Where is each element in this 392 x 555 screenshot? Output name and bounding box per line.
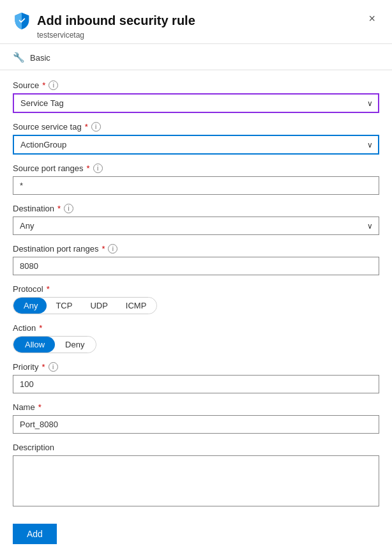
source-service-tag-select[interactable]: ActionGroup [13, 135, 379, 155]
source-port-ranges-label: Source port ranges * i [13, 163, 379, 173]
protocol-label: Protocol * [13, 284, 379, 294]
source-service-tag-select-wrapper: ActionGroup ∨ [13, 135, 379, 155]
protocol-any-button[interactable]: Any [13, 298, 47, 314]
dialog-title-text: Add inbound security rule [37, 13, 195, 28]
source-port-required: * [87, 163, 90, 173]
name-input[interactable] [13, 415, 379, 434]
destination-info-icon[interactable]: i [64, 204, 73, 213]
dialog-title: Add inbound security rule [13, 11, 195, 29]
name-label: Name * [13, 402, 379, 412]
source-select[interactable]: Service Tag [13, 93, 379, 113]
destination-port-ranges-input[interactable] [13, 257, 379, 275]
action-allow-button[interactable]: Allow [13, 337, 55, 353]
name-group: Name * [13, 402, 379, 434]
destination-port-info-icon[interactable]: i [108, 244, 117, 254]
protocol-tcp-button[interactable]: TCP [47, 298, 81, 314]
destination-select[interactable]: Any [13, 217, 379, 235]
priority-group: Priority * i [13, 362, 379, 393]
source-group: Source * i Service Tag ∨ [13, 80, 379, 113]
title-group: Add inbound security rule testservicetag [13, 11, 195, 40]
add-button[interactable]: Add [13, 524, 57, 544]
destination-group: Destination * i Any ∨ [13, 204, 379, 235]
source-port-ranges-input[interactable] [13, 176, 379, 195]
name-required: * [38, 402, 41, 412]
action-label: Action * [13, 323, 379, 333]
protocol-toggle-group: Any TCP UDP ICMP [13, 297, 157, 314]
source-port-info-icon[interactable]: i [93, 163, 103, 173]
destination-port-ranges-group: Destination port ranges * i [13, 244, 379, 275]
add-inbound-security-rule-dialog: Add inbound security rule testservicetag… [0, 0, 392, 555]
destination-label: Destination * i [13, 204, 379, 213]
protocol-udp-button[interactable]: UDP [81, 298, 116, 314]
priority-input[interactable] [13, 375, 379, 393]
source-select-wrapper: Service Tag ∨ [13, 93, 379, 113]
description-label: Description [13, 443, 379, 452]
action-deny-button[interactable]: Deny [55, 337, 96, 353]
close-button[interactable]: × [365, 11, 379, 26]
action-toggle-group: Allow Deny [13, 336, 96, 353]
wrench-icon: 🔧 [13, 52, 25, 63]
source-port-ranges-group: Source port ranges * i [13, 163, 379, 195]
protocol-group: Protocol * Any TCP UDP ICMP [13, 284, 379, 314]
action-group: Action * Allow Deny [13, 323, 379, 353]
description-group: Description [13, 443, 379, 508]
shield-icon [13, 11, 31, 29]
source-required: * [42, 80, 45, 90]
source-service-tag-group: Source service tag * i ActionGroup ∨ [13, 122, 379, 155]
destination-required: * [57, 204, 61, 213]
destination-select-wrapper: Any ∨ [13, 217, 379, 235]
dialog-subtitle: testservicetag [37, 31, 195, 40]
basic-label-text: Basic [30, 53, 50, 63]
basic-section-label: 🔧 Basic [0, 44, 392, 70]
description-textarea[interactable] [13, 455, 379, 506]
priority-info-icon[interactable]: i [49, 362, 58, 372]
source-info-icon[interactable]: i [49, 80, 58, 90]
source-service-tag-required: * [85, 122, 88, 132]
source-label: Source * i [13, 80, 379, 90]
protocol-required: * [47, 284, 50, 294]
form-body: Source * i Service Tag ∨ Source service … [0, 70, 392, 555]
action-required: * [39, 323, 42, 333]
protocol-icmp-button[interactable]: ICMP [117, 298, 157, 314]
priority-label: Priority * i [13, 362, 379, 372]
source-service-tag-label: Source service tag * i [13, 122, 379, 132]
source-service-tag-info-icon[interactable]: i [91, 122, 101, 132]
destination-port-required: * [102, 244, 105, 254]
dialog-header: Add inbound security rule testservicetag… [0, 0, 392, 44]
destination-port-ranges-label: Destination port ranges * i [13, 244, 379, 254]
priority-required: * [41, 362, 45, 372]
